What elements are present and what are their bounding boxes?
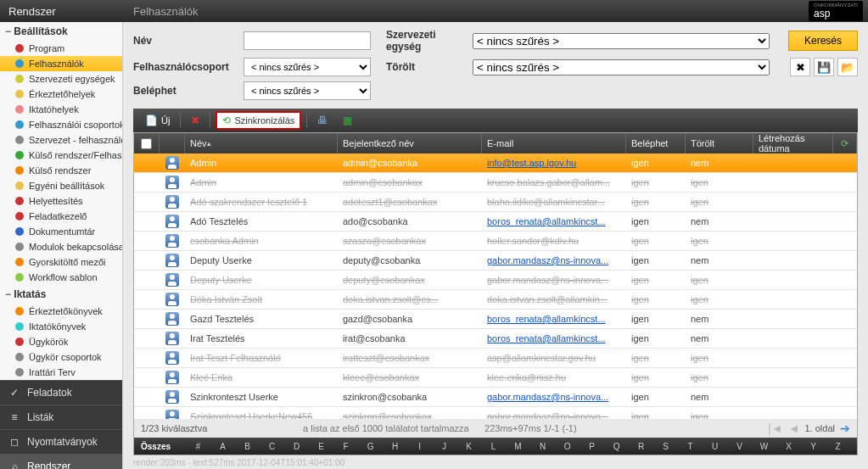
- alpha-letter[interactable]: Q: [604, 442, 629, 451]
- sidebar-item[interactable]: Felhasználók: [0, 56, 122, 71]
- table-row[interactable]: Adminadmin@csobankainfo@test.asp.lgov.hu…: [134, 154, 857, 173]
- sidebar-tab[interactable]: ⌕Rendszer: [0, 454, 122, 469]
- sidebar-item[interactable]: Modulok bekapcsolása: [0, 239, 122, 254]
- table-row[interactable]: Irat Tesztelésirat@csobankaboros_renata@…: [134, 329, 857, 349]
- header-nev[interactable]: Név: [185, 133, 338, 154]
- alpha-letter[interactable]: #: [186, 442, 210, 451]
- new-button[interactable]: 📄Új: [140, 112, 175, 129]
- alpha-letter[interactable]: C: [260, 442, 284, 451]
- table-row[interactable]: Deputy Userkedeputy@csobankagabor.mandas…: [134, 251, 857, 271]
- sidebar-item[interactable]: Workflow sablon: [0, 270, 122, 285]
- cell-email[interactable]: holler.sandor@kdiv.hu: [482, 236, 626, 246]
- sidebar-item[interactable]: Ügykörök: [0, 334, 122, 349]
- table-row[interactable]: Adó szakrendszer tesztelő 1adoteszt1@cso…: [134, 193, 857, 212]
- export-button[interactable]: ▦: [338, 112, 357, 129]
- header-checkbox[interactable]: [134, 133, 160, 154]
- sidebar-item[interactable]: Szervezet - felhasználó: [0, 132, 122, 148]
- alpha-letter[interactable]: W: [752, 442, 776, 451]
- sidebar-item[interactable]: Irattári Terv: [0, 365, 122, 380]
- alpha-letter[interactable]: T: [678, 442, 703, 451]
- alpha-letter[interactable]: V: [727, 442, 752, 451]
- alpha-letter[interactable]: N: [530, 442, 555, 451]
- alpha-letter[interactable]: Y: [801, 442, 826, 451]
- folder-icon[interactable]: 📂: [837, 58, 858, 76]
- alpha-letter[interactable]: P: [580, 442, 604, 451]
- table-row[interactable]: csobanka Adminszasza@csobankaxholler.san…: [134, 232, 857, 251]
- cell-email[interactable]: krucso.balazs.gabor@allam...: [482, 177, 626, 187]
- alpha-letter[interactable]: F: [333, 442, 358, 451]
- filter-szerv-select[interactable]: < nincs szűrés >: [473, 33, 770, 49]
- alpha-letter[interactable]: M: [506, 442, 530, 451]
- filter-belephet-select[interactable]: < nincs szűrés >: [244, 81, 371, 100]
- alpha-letter[interactable]: L: [481, 442, 506, 451]
- alpha-letter[interactable]: A: [210, 442, 235, 451]
- alpha-letter[interactable]: S: [653, 442, 678, 451]
- print-button[interactable]: 🖶: [312, 112, 333, 129]
- alpha-letter[interactable]: U: [703, 442, 727, 451]
- cell-email[interactable]: asp@allamkincstar.gov.hu: [482, 353, 626, 363]
- sidebar-tab[interactable]: ◻Nyomtatványok: [0, 429, 122, 454]
- page-first-icon[interactable]: |◄: [768, 422, 783, 435]
- table-row[interactable]: Adminadmin@csobankaxkrucso.balazs.gabor@…: [134, 173, 857, 193]
- sidebar-item[interactable]: Felhasználói csoportok: [0, 117, 122, 132]
- save-icon[interactable]: 💾: [814, 58, 834, 76]
- alpha-letter[interactable]: H: [383, 442, 407, 451]
- clear-icon[interactable]: ✖: [790, 58, 810, 76]
- alpha-letter[interactable]: J: [432, 442, 456, 451]
- alpha-letter[interactable]: R: [629, 442, 653, 451]
- sidebar-item[interactable]: Feladatkezelő: [0, 209, 122, 224]
- alpha-letter[interactable]: B: [235, 442, 260, 451]
- table-row[interactable]: Kleé Erikakleee@csobankaxklee.erika@nisz…: [134, 368, 857, 388]
- header-login[interactable]: Bejelentkező név: [338, 133, 482, 154]
- table-row[interactable]: Deputy Userkedeputy@csobankaxgabor.manda…: [134, 271, 857, 290]
- sidebar-item[interactable]: Érkeztetőhelyek: [0, 87, 122, 102]
- sidebar-group-iktatas[interactable]: Iktatás: [0, 285, 122, 304]
- sidebar-item[interactable]: Egyéni beállítások: [0, 178, 122, 193]
- cell-email[interactable]: gabor.mandasz@ns-innova...: [482, 411, 626, 419]
- alpha-letter[interactable]: D: [284, 442, 309, 451]
- alpha-letter[interactable]: X: [776, 442, 801, 451]
- sidebar-group-beallitasok[interactable]: Beállítások: [0, 22, 122, 41]
- alpha-letter[interactable]: I: [407, 442, 432, 451]
- sidebar-item[interactable]: Iktatóhelyek: [0, 102, 122, 117]
- sidebar-item[interactable]: Érkeztetőkönyvek: [0, 304, 122, 319]
- sidebar-tab[interactable]: ✓Feladatok: [0, 380, 122, 405]
- cell-email[interactable]: blaho.ildiko@allamkincstar...: [482, 197, 626, 207]
- header-belephet[interactable]: Beléphet: [626, 133, 686, 154]
- search-button[interactable]: Keresés: [788, 31, 858, 51]
- sidebar-item[interactable]: Gyorskitöltő mezői: [0, 254, 122, 270]
- sidebar-item[interactable]: Program: [0, 41, 122, 56]
- alpha-all[interactable]: Összes: [141, 442, 171, 451]
- table-row[interactable]: Szinkronteszt UserkeNew456szinkron@csoba…: [134, 407, 857, 419]
- sidebar-item[interactable]: Helyettesítés: [0, 193, 122, 209]
- page-prev-icon[interactable]: ◄: [788, 422, 800, 435]
- alpha-letter[interactable]: K: [456, 442, 481, 451]
- alpha-letter[interactable]: E: [309, 442, 333, 451]
- cell-email[interactable]: klee.erika@nisz.hu: [482, 372, 626, 382]
- alpha-letter[interactable]: Z: [826, 442, 850, 451]
- cell-email[interactable]: gabor.mandasz@ns-innova...: [482, 255, 626, 265]
- alpha-letter[interactable]: O: [555, 442, 580, 451]
- delete-button[interactable]: ✖: [186, 112, 204, 129]
- table-row[interactable]: Irat Teszt Felhasználóiratteszt@csobanka…: [134, 349, 857, 368]
- header-torolt[interactable]: Törölt: [686, 133, 753, 154]
- refresh-icon[interactable]: ⟳: [833, 133, 857, 154]
- page-next-icon[interactable]: ➔: [840, 422, 850, 435]
- filter-torolt-select[interactable]: < nincs szűrés >: [473, 59, 770, 75]
- sidebar-item[interactable]: Szervezeti egységek: [0, 71, 122, 87]
- cell-email[interactable]: boros_renata@allamkincst...: [482, 216, 626, 226]
- sidebar-tab[interactable]: ≡Listák: [0, 405, 122, 429]
- sidebar-item[interactable]: Külső rendszer/Felhasz: [0, 148, 122, 163]
- sidebar-item[interactable]: Dokumentumtár: [0, 224, 122, 239]
- sidebar-item[interactable]: Ügykör csoportok: [0, 349, 122, 365]
- cell-email[interactable]: boros_renata@allamkincst...: [482, 333, 626, 343]
- cell-email[interactable]: gabor.mandasz@ns-innova...: [482, 392, 626, 402]
- cell-email[interactable]: gabor.mandasz@ns-innova...: [482, 275, 626, 285]
- table-row[interactable]: Dóka István Zsoltdoka.istvan.zsolt@cs...…: [134, 290, 857, 310]
- header-email[interactable]: E-mail: [482, 133, 626, 154]
- alpha-letter[interactable]: G: [358, 442, 383, 451]
- cell-email[interactable]: doka.istvan.zsolt@allamkin...: [482, 294, 626, 304]
- sidebar-item[interactable]: Külső rendszer: [0, 163, 122, 178]
- sync-button[interactable]: ⟲Szinkronizálás: [216, 111, 301, 130]
- table-row[interactable]: Gazd Tesztelésgazd@csobankaboros_renata@…: [134, 310, 857, 329]
